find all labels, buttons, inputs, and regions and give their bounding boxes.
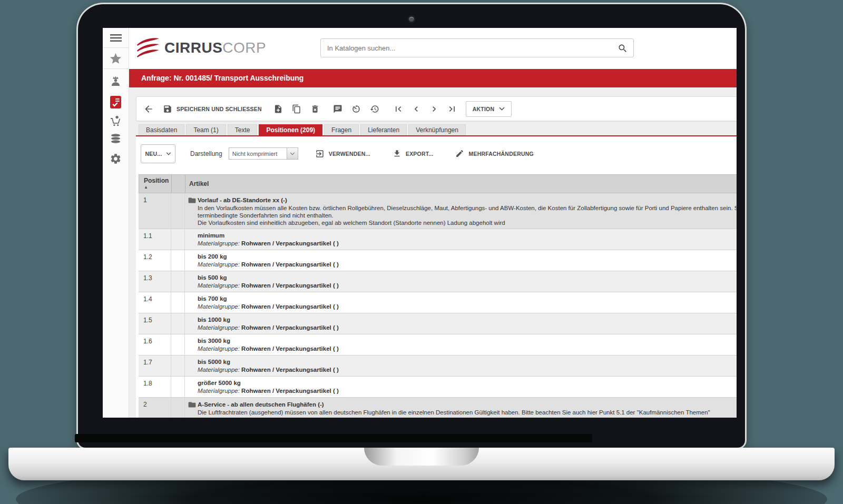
pencil-icon (455, 149, 464, 158)
multi-edit-button[interactable]: MEHRFACHÄNDERUNG (455, 149, 533, 158)
search-input[interactable] (321, 39, 633, 57)
tab-verknüpfungen[interactable]: Verknüpfungen (408, 124, 466, 135)
row-article-cell: bis 3000 kgMaterialgruppe: Rohwaren / Ve… (185, 334, 737, 355)
row-article-cell: bis 700 kgMaterialgruppe: Rohwaren / Ver… (185, 292, 737, 313)
row-article-cell: A-Service - ab allen deutschen Flughäfen… (185, 398, 737, 418)
row-position: 2 (139, 398, 171, 418)
table-row-1.3[interactable]: 1.3bis 500 kgMaterialgruppe: Rohwaren / … (139, 271, 737, 292)
column-header-spacer (172, 175, 185, 193)
table-row-1.5[interactable]: 1.5bis 1000 kgMaterialgruppe: Rohwaren /… (139, 313, 737, 334)
new-position-button[interactable]: NEU... (141, 144, 175, 163)
material-group-value: Rohwaren / Verpackungsartikel ( ) (241, 303, 339, 310)
item-title: minimum (198, 232, 737, 240)
chevron-down-icon (499, 107, 505, 111)
next-record-button[interactable] (429, 104, 439, 114)
row-spacer-cell (171, 355, 185, 376)
table-row-1.2[interactable]: 1.2bis 200 kgMaterialgruppe: Rohwaren / … (139, 250, 737, 271)
copy-button[interactable] (292, 104, 301, 114)
new-document-button[interactable] (273, 104, 283, 114)
hamburger-menu-icon (110, 34, 122, 42)
item-title: bis 5000 kg (198, 358, 737, 366)
material-group-label: Materialgruppe: (198, 345, 241, 352)
sidebar-item-user[interactable] (103, 69, 129, 92)
sort-ascending-icon: ▲ (144, 185, 171, 190)
laptop-hinge (75, 434, 592, 442)
tab-bar: BasisdatenTeam (1)TextePositionen (209)F… (139, 124, 466, 135)
export-button[interactable]: EXPORT... (393, 149, 434, 158)
main-area: CIRRUSCORP Anfrage: Nr. 001485/ Transpor… (129, 28, 737, 418)
catalog-search (320, 38, 634, 57)
table-row-1.8[interactable]: 1.8größer 5000 kgMaterialgruppe: Rohware… (139, 377, 737, 398)
row-spacer-cell (171, 229, 185, 250)
apply-icon (315, 149, 325, 159)
material-group-value: Rohwaren / Verpackungsartikel ( ) (241, 282, 339, 289)
app-window: CIRRUSCORP Anfrage: Nr. 001485/ Transpor… (103, 28, 737, 418)
search-icon[interactable] (617, 43, 628, 54)
table-row-1.1[interactable]: 1.1minimumMaterialgruppe: Rohwaren / Ver… (139, 229, 737, 250)
previous-record-button[interactable] (411, 104, 422, 114)
row-article-cell: bis 5000 kgMaterialgruppe: Rohwaren / Ve… (185, 355, 737, 376)
row-spacer-cell (171, 292, 185, 313)
first-page-icon (393, 104, 404, 114)
laptop-base (8, 448, 835, 480)
save-and-close-button[interactable]: SPEICHERN UND SCHLIESSEN (163, 104, 262, 114)
column-header-position[interactable]: Position ▲ (139, 175, 172, 193)
save-icon (163, 104, 172, 114)
row-article-cell: minimumMaterialgruppe: Rohwaren / Verpac… (185, 229, 737, 250)
group-description-line: Die Luftfrachtraten (ausgehend) müssen v… (198, 409, 737, 416)
table-row-1.7[interactable]: 1.7bis 5000 kgMaterialgruppe: Rohwaren /… (139, 355, 737, 377)
action-dropdown-button[interactable]: AKTION (466, 101, 512, 117)
chevron-left-icon (411, 104, 422, 114)
timer-button[interactable] (351, 104, 361, 114)
material-group-value: Rohwaren / Verpackungsartikel ( ) (241, 345, 339, 352)
tab-team-1[interactable]: Team (1) (186, 124, 226, 135)
user-crown-icon (109, 74, 122, 87)
toolbar-icon-set (273, 104, 379, 114)
sidebar-item-menu[interactable] (103, 28, 129, 48)
material-group-label: Materialgruppe: (198, 303, 241, 310)
item-material-group: Materialgruppe: Rohwaren / Verpackungsar… (198, 366, 737, 373)
logo-waves-icon (136, 37, 161, 58)
tab-lieferanten[interactable]: Lieferanten (360, 124, 407, 135)
tab-texte[interactable]: Texte (228, 124, 258, 135)
material-group-label: Materialgruppe: (198, 324, 241, 331)
tab-fragen[interactable]: Fragen (324, 124, 359, 135)
sidebar-item-cart[interactable] (103, 112, 129, 130)
sidebar-item-favorites[interactable] (103, 48, 129, 69)
tab-positionen-209[interactable]: Positionen (209) (259, 124, 322, 135)
row-spacer-cell (171, 271, 185, 292)
display-select[interactable]: Nicht komprimiert (229, 147, 298, 160)
material-group-label: Materialgruppe: (198, 388, 241, 394)
item-title: bis 3000 kg (198, 337, 737, 345)
request-title: Anfrage: Nr. 001485/ Transport Ausschrei… (141, 74, 303, 82)
sidebar-item-catalog[interactable] (103, 130, 129, 147)
comments-button[interactable] (333, 104, 342, 114)
row-position: 1.6 (139, 334, 171, 355)
last-record-button[interactable] (447, 104, 457, 114)
arrow-left-icon (143, 104, 154, 114)
first-record-button[interactable] (393, 104, 404, 114)
sidebar-item-settings[interactable] (103, 147, 129, 170)
tab-basisdaten[interactable]: Basisdaten (139, 124, 184, 135)
column-header-article[interactable]: Artikel (185, 175, 737, 193)
timer-icon (351, 104, 361, 114)
row-article-cell: bis 500 kgMaterialgruppe: Rohwaren / Ver… (185, 271, 737, 292)
delete-button[interactable] (310, 104, 320, 114)
history-icon (370, 104, 379, 114)
item-material-group: Materialgruppe: Rohwaren / Verpackungsar… (198, 387, 737, 394)
history-button[interactable] (370, 104, 379, 114)
sidebar-item-documents[interactable] (103, 92, 129, 112)
row-position: 1.1 (139, 229, 171, 250)
table-row-1.4[interactable]: 1.4bis 700 kgMaterialgruppe: Rohwaren / … (139, 292, 737, 313)
table-row-1[interactable]: 1Vorlauf - ab DE-Standorte xx (-)In den … (139, 193, 737, 229)
item-material-group: Materialgruppe: Rohwaren / Verpackungsar… (198, 324, 737, 331)
table-row-1.6[interactable]: 1.6bis 3000 kgMaterialgruppe: Rohwaren /… (139, 334, 737, 355)
group-description-line: terminbedingte Sonderfahrten sind nicht … (198, 212, 737, 219)
group-title-line: Vorlauf - ab DE-Standorte xx (-) (188, 196, 737, 204)
action-label: AKTION (473, 106, 494, 112)
group-description-line: Die Vorlaufkosten sind einheitlich abzug… (198, 219, 737, 226)
use-button[interactable]: VERWENDEN... (315, 149, 370, 159)
table-row-2[interactable]: 2A-Service - ab allen deutschen Flughäfe… (139, 398, 737, 418)
app-header: CIRRUSCORP (129, 28, 737, 69)
back-button[interactable] (143, 104, 154, 114)
